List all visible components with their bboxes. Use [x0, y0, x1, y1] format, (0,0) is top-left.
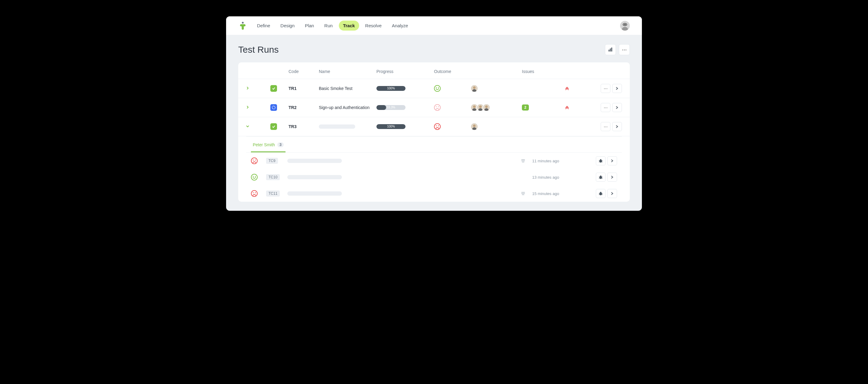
priority-high-icon [565, 86, 569, 91]
open-button[interactable] [607, 156, 617, 165]
test-case-row: TC11 15 minutes ago [246, 185, 622, 202]
svg-point-40 [600, 192, 601, 193]
issues-badge[interactable]: 2 [522, 104, 529, 110]
main-nav: DefineDesignPlanRunTrackResolveAnalyze [253, 21, 615, 31]
outcome-sad-red-icon [434, 123, 441, 130]
svg-point-19 [479, 105, 482, 108]
assignee-avatar[interactable] [470, 123, 478, 130]
app-logo[interactable] [238, 21, 247, 30]
row-more-button[interactable]: ⋯ [601, 122, 610, 131]
test-case-name-placeholder [287, 159, 342, 163]
row-more-button[interactable]: ⋯ [601, 84, 610, 93]
assignee-avatar[interactable] [483, 103, 490, 111]
more-button[interactable]: ⋯ [619, 44, 630, 55]
page-title: Test Runs [238, 44, 279, 55]
svg-point-34 [600, 175, 601, 177]
row-open-button[interactable] [612, 122, 622, 131]
status-green-icon [270, 123, 277, 130]
svg-rect-9 [610, 49, 611, 52]
svg-line-36 [601, 177, 602, 177]
table-row: TR2 Sign-up and Authentication 33.3% 2 ⋯ [238, 98, 630, 117]
header-outcome: Outcome [434, 69, 470, 74]
test-case-code: TC11 [266, 191, 280, 196]
svg-point-4 [623, 23, 627, 26]
timestamp: 11 minutes ago [532, 159, 581, 163]
nav-analyze[interactable]: Analyze [388, 21, 412, 31]
test-case-name-placeholder [287, 175, 342, 179]
bug-button[interactable] [596, 172, 606, 182]
svg-point-22 [485, 105, 488, 108]
assignees [470, 123, 522, 130]
svg-line-35 [599, 177, 600, 177]
assignee-avatar[interactable] [470, 85, 478, 92]
chart-button[interactable] [605, 44, 616, 55]
svg-rect-10 [611, 47, 612, 52]
bug-button[interactable] [596, 156, 606, 165]
svg-point-14 [272, 106, 275, 109]
row-open-button[interactable] [612, 84, 622, 93]
table-row: TR3 100% ⋯ [238, 117, 630, 136]
run-name[interactable]: Basic Smoke Test [319, 86, 376, 91]
status-green-icon [270, 85, 277, 92]
test-case-row: TC9 11 minutes ago [246, 153, 622, 169]
svg-line-32 [601, 162, 602, 162]
header-code: Code [288, 69, 319, 74]
test-case-name-placeholder [287, 191, 342, 196]
header-issues: Issues [522, 69, 561, 74]
assignees [470, 85, 522, 92]
outcome-happy-green-icon [434, 85, 441, 92]
row-more-button[interactable]: ⋯ [601, 103, 610, 112]
table-row: TR1 Basic Smoke Test 100% ⋯ [238, 79, 630, 98]
notes-icon[interactable] [514, 159, 532, 162]
expand-toggle[interactable] [246, 125, 270, 129]
run-name[interactable]: Sign-up and Authentication [319, 105, 376, 110]
bug-button[interactable] [596, 189, 606, 198]
test-case-code: TC9 [266, 158, 278, 164]
status-blue-icon [270, 104, 277, 111]
svg-point-12 [473, 86, 475, 89]
svg-line-29 [599, 160, 600, 161]
progress-bar: 100% [376, 124, 405, 129]
priority-high-icon [565, 105, 569, 110]
row-open-button[interactable] [612, 103, 622, 112]
svg-line-37 [599, 178, 600, 179]
svg-point-25 [473, 125, 475, 127]
expand-toggle[interactable] [246, 86, 270, 91]
header-name: Name [319, 69, 376, 74]
nav-plan[interactable]: Plan [301, 21, 318, 31]
notes-icon[interactable] [514, 192, 532, 195]
run-code: TR3 [288, 124, 319, 129]
run-code: TR1 [288, 86, 319, 91]
nav-track[interactable]: Track [339, 21, 359, 31]
outcome-sad-pink-icon [434, 104, 441, 111]
progress-bar: 33.3% [376, 105, 405, 110]
svg-line-43 [599, 194, 600, 195]
nav-run[interactable]: Run [320, 21, 337, 31]
timestamp: 13 minutes ago [532, 175, 581, 180]
run-code: TR2 [288, 105, 319, 110]
svg-line-44 [601, 194, 602, 195]
svg-line-30 [601, 160, 602, 161]
table-header: Code Name Progress Outcome Issues [238, 62, 630, 79]
svg-line-38 [601, 178, 602, 179]
svg-point-16 [473, 105, 475, 108]
svg-line-31 [599, 162, 600, 162]
tab-label: Peter Smith [253, 142, 275, 147]
open-button[interactable] [607, 189, 617, 198]
expand-toggle[interactable] [246, 105, 270, 109]
timestamp: 15 minutes ago [532, 191, 581, 196]
detail-tab[interactable]: Peter Smith 3 [251, 142, 285, 152]
test-runs-table: Code Name Progress Outcome Issues TR1 Ba… [238, 62, 630, 202]
run-name[interactable] [319, 125, 376, 129]
nav-design[interactable]: Design [276, 21, 299, 31]
nav-define[interactable]: Define [253, 21, 274, 31]
open-button[interactable] [607, 172, 617, 182]
svg-rect-8 [609, 50, 610, 52]
nav-resolve[interactable]: Resolve [361, 21, 386, 31]
user-avatar[interactable] [620, 21, 630, 31]
svg-point-28 [600, 159, 601, 161]
progress-bar: 100% [376, 86, 405, 91]
outcome-happy-green-icon [251, 174, 258, 181]
test-case-code: TC10 [266, 174, 280, 180]
outcome-sad-red-icon [251, 158, 258, 164]
